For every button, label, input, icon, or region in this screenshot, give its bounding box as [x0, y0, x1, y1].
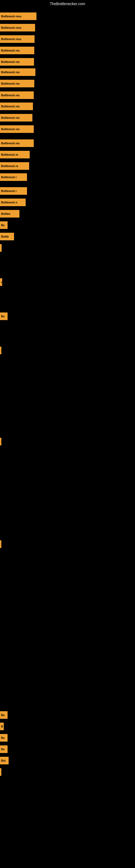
- bar-row: Bottleneck res: [0, 140, 34, 147]
- bar-label: Bottle: [1, 235, 9, 238]
- bar: Bottleneck resu: [0, 24, 35, 31]
- bar-row: Bottleneck re: [0, 151, 30, 158]
- bar-label: Bo: [1, 748, 5, 751]
- bar-label: Bottleneck r: [1, 190, 17, 193]
- bar-label: c: [1, 281, 2, 284]
- bar-row: Bottleneck res: [0, 46, 34, 54]
- bar-row: |: [0, 768, 1, 776]
- bar-row: Bo: [0, 221, 8, 229]
- bar-row: Bottleneck resu: [0, 24, 35, 31]
- bar: B: [0, 723, 4, 730]
- bar: Bottleneck res: [0, 114, 32, 122]
- bar: Bottleneck res: [0, 68, 35, 76]
- bar-row: Bottleneck resu: [0, 12, 37, 20]
- bar-row: |: [0, 438, 1, 445]
- bar-label: Bottleneck res: [1, 71, 20, 74]
- bar: Bottleneck res: [0, 91, 34, 99]
- bar: Bottleneck r: [0, 187, 27, 195]
- bar-row: Bo: [0, 734, 8, 742]
- bar-label: Bottleneck re: [1, 165, 18, 167]
- bar: Bo: [0, 221, 8, 229]
- bar-label: |: [1, 771, 1, 774]
- bar: Bottleneck r: [0, 173, 27, 181]
- bar-label: |: [1, 543, 1, 546]
- bar-row: Bottleneck resu: [0, 35, 35, 43]
- bar-label: Bottleneck res: [1, 82, 20, 85]
- bar: Bottleneck resu: [0, 35, 35, 43]
- bar-label: Bottleneck r: [1, 176, 17, 179]
- bar: Bottleneck resu: [0, 12, 37, 20]
- bar-row: Bottleneck res: [0, 125, 34, 133]
- bar-row: Bottleneck res: [0, 68, 35, 76]
- bar-row: Bottleneck res: [0, 114, 32, 122]
- bar-label: Bottleneck resu: [1, 15, 21, 18]
- bar-label: Bottleneck resu: [1, 26, 21, 29]
- bar-row: Bottleneck res: [0, 102, 33, 110]
- bar-label: Bottleneck res: [1, 128, 20, 131]
- bar-row: Bottlen: [0, 210, 19, 218]
- bar-label: Bot: [1, 759, 6, 762]
- bar: Bo: [0, 745, 8, 753]
- bar-label: Bottleneck resu: [1, 38, 21, 41]
- bar: Bottleneck res: [0, 140, 34, 147]
- bar: Bottleneck n: [0, 198, 26, 206]
- bar: Bottlen: [0, 210, 19, 218]
- bar-row: Bo: [0, 312, 8, 320]
- bar: Bottleneck re: [0, 151, 30, 158]
- bar-row: c: [0, 278, 2, 286]
- bar-label: Bo: [1, 224, 5, 227]
- bar-row: [0, 244, 2, 252]
- bar-label: |: [1, 349, 1, 352]
- bar-label: Bo: [1, 714, 5, 717]
- bar-label: Bottleneck re: [1, 153, 18, 156]
- bar: Bo: [0, 711, 8, 719]
- bar: Bottleneck res: [0, 80, 34, 87]
- bar-label: Bo: [1, 315, 5, 318]
- bar: |: [0, 438, 1, 445]
- bar: |: [0, 540, 1, 548]
- bar: Bo: [0, 312, 8, 320]
- bar: Bottle: [0, 233, 14, 240]
- bar-label: Bottleneck res: [1, 61, 20, 63]
- bar-label: Bottleneck res: [1, 142, 20, 145]
- bar-row: Bottleneck res: [0, 58, 34, 66]
- bar-row: Bottleneck res: [0, 91, 34, 99]
- chart-container: Bottleneck resuBottleneck resuBottleneck…: [0, 5, 135, 868]
- bar-label: Bottleneck res: [1, 105, 20, 108]
- bar: Bottleneck re: [0, 162, 29, 170]
- bar: |: [0, 768, 1, 776]
- bar: Bo: [0, 734, 8, 742]
- bar-label: B: [1, 725, 3, 728]
- bar-label: Bottlen: [1, 212, 10, 215]
- bar-row: Bot: [0, 757, 9, 764]
- bar-label: Bottleneck res: [1, 49, 20, 52]
- bar-label: Bo: [1, 737, 5, 739]
- bar-row: Bottleneck n: [0, 198, 26, 206]
- bar: Bottleneck res: [0, 58, 34, 66]
- bar-row: |: [0, 347, 1, 354]
- bar-label: Bottleneck n: [1, 201, 17, 204]
- bar-row: Bottle: [0, 233, 14, 240]
- bar-row: Bottleneck r: [0, 187, 27, 195]
- bar: c: [0, 278, 2, 286]
- bar-row: |: [0, 540, 1, 548]
- bar-row: B: [0, 723, 4, 730]
- bar: |: [0, 347, 1, 354]
- bar-row: Bottleneck re: [0, 162, 29, 170]
- bar-row: Bo: [0, 711, 8, 719]
- bar: Bot: [0, 757, 9, 764]
- bar-label: Bottleneck res: [1, 116, 20, 119]
- bar: Bottleneck res: [0, 46, 34, 54]
- bar-row: Bo: [0, 745, 8, 753]
- bar-label: Bottleneck res: [1, 94, 20, 97]
- bar-row: Bottleneck r: [0, 173, 27, 181]
- bar-row: Bottleneck res: [0, 80, 34, 87]
- bar-label: |: [1, 440, 1, 443]
- bar: Bottleneck res: [0, 102, 33, 110]
- bar: Bottleneck res: [0, 125, 34, 133]
- bar: [0, 244, 2, 252]
